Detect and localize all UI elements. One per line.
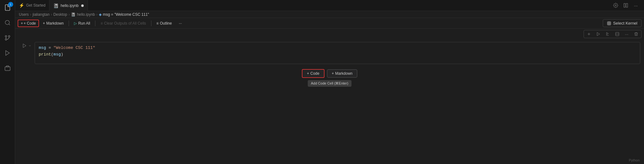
breadcrumb-sep-1: ›	[30, 12, 31, 17]
run-all-label: Run All	[78, 21, 90, 26]
cell-run-btn[interactable]	[594, 30, 603, 38]
svg-marker-23	[23, 44, 26, 48]
sidebar-icon-source-control[interactable]	[0, 30, 15, 45]
outline-label: Outline	[160, 21, 172, 26]
breadcrumb-var-icon: ◈	[99, 12, 102, 17]
tab-bar: ⚡ Get Started 📓 hello.ipynb ···	[15, 0, 644, 11]
kernel-icon	[607, 21, 611, 26]
add-markdown-cell-icon: +	[332, 71, 334, 76]
tab-hello-ipynb[interactable]: 📓 hello.ipynb	[49, 0, 88, 11]
vscode-icon: ⚡	[19, 3, 24, 8]
more-icon: ···	[179, 21, 182, 26]
add-code-btn[interactable]: + + Code	[18, 20, 39, 27]
code-eq: =	[46, 45, 53, 50]
files-badge: 1	[8, 2, 13, 7]
toolbar-separator-1	[69, 20, 69, 26]
breadcrumb: Users › jialiangtan › Desktop › 📓 hello.…	[15, 11, 644, 18]
breadcrumb-desktop[interactable]: Desktop	[53, 12, 67, 17]
cell-body-1[interactable]: msg = "Welcome CSC 111" print(msg)	[35, 42, 640, 64]
svg-marker-19	[607, 32, 608, 35]
breadcrumb-msg[interactable]: msg = "Welcome CSC 111"	[103, 12, 149, 17]
code-var-msg: msg	[39, 45, 46, 50]
add-code-tooltip: Add Code Cell (⌘Enter)	[308, 80, 352, 87]
code-cell-1: msg = "Welcome CSC 111" print(msg)	[19, 42, 640, 64]
select-kernel-btn[interactable]: Select Kernel	[603, 19, 641, 27]
breadcrumb-notebook-icon: 📓	[71, 12, 76, 17]
svg-rect-7	[5, 67, 10, 71]
code-string-val: "Welcome CSC 111"	[54, 45, 95, 50]
svg-point-0	[5, 20, 9, 25]
add-markdown-btn[interactable]: + Markdown	[40, 20, 67, 27]
cell-delete-btn[interactable]	[632, 30, 641, 38]
code-arg-msg: msg	[54, 52, 61, 57]
layout-icon-btn[interactable]	[621, 1, 630, 10]
code-line-1: msg = "Welcome CSC 111"	[39, 45, 636, 51]
cell-split-btn[interactable]	[613, 30, 622, 38]
select-kernel-label: Select Kernel	[613, 21, 637, 26]
svg-rect-10	[626, 3, 628, 7]
more-notebook-btn[interactable]: ···	[176, 20, 185, 27]
breadcrumb-sep-4: ›	[96, 12, 98, 17]
clear-outputs-label: Clear Outputs of All Cells	[104, 21, 146, 26]
tab-modified-dot	[81, 4, 84, 7]
code-func-print: print	[39, 52, 51, 57]
language-label: Python	[629, 158, 640, 162]
notebook-icon: 📓	[53, 3, 59, 8]
tab-get-started[interactable]: ⚡ Get Started	[15, 0, 49, 11]
cell-toolbar-group: ···	[584, 30, 641, 38]
main-area: ⚡ Get Started 📓 hello.ipynb ···	[15, 0, 644, 164]
add-code-cell-label: Code	[310, 71, 319, 76]
clear-icon: ≡	[100, 21, 103, 26]
outline-btn[interactable]: ≡ Outline	[153, 20, 175, 27]
cell-run-below-btn[interactable]	[603, 30, 612, 38]
breadcrumb-hello-ipynb[interactable]: hello.ipynb	[77, 12, 95, 17]
add-cell-row: + Code + Markdown Add Code Cell (⌘Enter)	[15, 69, 644, 78]
svg-point-2	[5, 36, 7, 37]
add-code-cell-icon: +	[307, 71, 309, 76]
cell-more-icon: ···	[625, 32, 629, 37]
sidebar: 1	[0, 0, 15, 164]
top-right-actions: ···	[611, 1, 644, 10]
svg-line-1	[8, 24, 10, 25]
tab-hello-ipynb-label: hello.ipynb	[60, 3, 78, 8]
breadcrumb-sep-2: ›	[51, 12, 52, 17]
sidebar-icon-remote[interactable]	[0, 61, 15, 76]
svg-point-8	[615, 5, 616, 6]
run-all-btn[interactable]: ▷ Run All	[71, 20, 93, 27]
breadcrumb-jialiangtan[interactable]: jialiangtan	[32, 12, 49, 17]
cell-more-btn[interactable]: ···	[622, 30, 631, 38]
svg-marker-18	[597, 32, 600, 36]
code-paren-open: (	[51, 52, 54, 57]
cell-gutter	[19, 42, 35, 64]
cell-toolbar-row: ···	[15, 29, 644, 39]
svg-rect-9	[624, 3, 625, 7]
run-all-icon: ▷	[74, 21, 77, 26]
code-paren-close: )	[61, 52, 63, 57]
svg-point-4	[8, 36, 10, 37]
notebook-content: msg = "Welcome CSC 111" print(msg) Pytho…	[15, 39, 644, 164]
svg-point-3	[5, 39, 7, 40]
tab-get-started-label: Get Started	[26, 3, 45, 8]
cell-add-above-btn[interactable]	[585, 30, 593, 38]
clear-outputs-btn[interactable]: ≡ Clear Outputs of All Cells	[97, 20, 149, 27]
add-markdown-icon: +	[43, 21, 45, 26]
add-markdown-cell-btn[interactable]: + Markdown	[327, 69, 357, 78]
add-code-cell-btn[interactable]: + Code	[302, 69, 325, 78]
sidebar-icon-search[interactable]	[0, 15, 15, 30]
settings-icon-btn[interactable]	[611, 1, 620, 10]
add-markdown-cell-label: Markdown	[335, 71, 353, 76]
svg-rect-11	[607, 21, 611, 25]
breadcrumb-sep-3: ›	[68, 12, 70, 17]
add-code-icon: +	[21, 21, 23, 26]
add-code-label: + Code	[24, 21, 36, 26]
toolbar-separator-2	[95, 20, 95, 26]
outline-icon: ≡	[156, 21, 159, 26]
code-line-2: print(msg)	[39, 51, 636, 58]
run-cell-btn[interactable]	[22, 43, 31, 48]
more-actions-btn[interactable]: ···	[631, 1, 640, 10]
breadcrumb-users[interactable]: Users	[19, 12, 29, 17]
sidebar-icon-run-debug[interactable]	[0, 45, 15, 61]
ellipsis-icon: ···	[634, 3, 638, 8]
toolbar-separator-3	[151, 20, 151, 26]
sidebar-icon-files[interactable]: 1	[0, 0, 15, 15]
